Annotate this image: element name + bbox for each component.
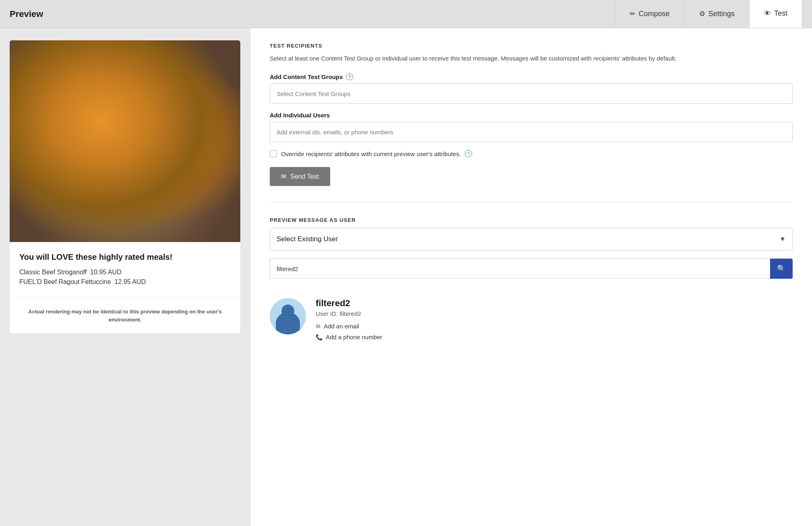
test-groups-input[interactable]: [270, 83, 793, 104]
right-panel: TEST RECIPIENTS Select at least one Cont…: [250, 28, 812, 526]
user-name: filtered2: [316, 298, 793, 309]
tab-test[interactable]: 👁 Test: [750, 0, 802, 28]
settings-icon: ⚙: [699, 10, 705, 18]
menu-item-2: FUEL'D Beef Ragout Fettuccine 12.95 AUD: [19, 278, 231, 286]
override-checkbox[interactable]: [270, 150, 277, 157]
user-email-field: ✉ Add an email: [316, 323, 793, 330]
chevron-down-icon: ▼: [779, 236, 786, 243]
select-existing-user-dropdown[interactable]: Select Existing User ▼: [270, 228, 793, 250]
add-email-link[interactable]: Add an email: [324, 323, 359, 330]
preview-image: [10, 40, 240, 242]
food-photo: [10, 40, 240, 242]
phone-icon: 📞: [316, 334, 323, 340]
preview-card: You will LOVE these highly rated meals! …: [10, 40, 240, 333]
preview-as-user-section: PREVIEW MESSAGE AS USER Select Existing …: [270, 217, 793, 353]
send-test-button[interactable]: ✉ Send Test: [270, 167, 330, 186]
main-layout: You will LOVE these highly rated meals! …: [0, 28, 812, 526]
envelope-icon: ✉: [316, 323, 321, 330]
preview-footer-text: Actual rendering may not be identical to…: [19, 308, 231, 324]
user-search-input[interactable]: [270, 259, 770, 279]
add-test-groups-label: Add Content Test Groups ?: [270, 73, 793, 80]
preview-headline: You will LOVE these highly rated meals!: [19, 252, 231, 262]
add-phone-link[interactable]: Add a phone number: [326, 334, 382, 340]
individual-users-input[interactable]: [270, 122, 793, 142]
user-id: User ID: filtered2: [316, 310, 793, 317]
compose-icon: ✏: [630, 10, 635, 18]
tab-settings[interactable]: ⚙ Settings: [685, 0, 750, 28]
header-tabs: ✏ Compose ⚙ Settings 👁 Test: [615, 0, 802, 28]
test-recipients-desc: Select at least one Content Test Group o…: [270, 54, 793, 63]
override-help-icon[interactable]: ?: [465, 150, 472, 157]
left-panel: You will LOVE these highly rated meals! …: [0, 28, 250, 526]
user-info: filtered2 User ID: filtered2 ✉ Add an em…: [316, 298, 793, 344]
user-phone-field: 📞 Add a phone number: [316, 334, 793, 340]
user-result-card: filtered2 User ID: filtered2 ✉ Add an em…: [270, 290, 793, 353]
test-groups-help-icon[interactable]: ?: [346, 73, 353, 80]
search-row: 🔍: [270, 259, 793, 279]
add-individual-label: Add Individual Users: [270, 112, 793, 119]
section-divider: [270, 202, 793, 202]
menu-item-1: Classic Beef Stroganoff 10.95 AUD: [19, 269, 231, 276]
override-label: Override recipients' attributes with cur…: [281, 150, 461, 157]
preview-footer: Actual rendering may not be identical to…: [10, 298, 240, 333]
preview-title: Preview: [10, 9, 615, 19]
search-icon: 🔍: [777, 264, 786, 273]
user-avatar: [270, 298, 306, 334]
header: Preview ✏ Compose ⚙ Settings 👁 Test: [0, 0, 812, 28]
search-button[interactable]: 🔍: [770, 259, 793, 279]
envelope-icon: ✉: [281, 173, 286, 180]
preview-text-section: You will LOVE these highly rated meals! …: [10, 242, 240, 298]
eye-icon: 👁: [764, 10, 771, 18]
preview-as-user-title: PREVIEW MESSAGE AS USER: [270, 217, 793, 223]
override-checkbox-row: Override recipients' attributes with cur…: [270, 150, 793, 157]
tab-compose[interactable]: ✏ Compose: [615, 0, 685, 28]
avatar-body: [276, 312, 300, 334]
test-recipients-title: TEST RECIPIENTS: [270, 43, 793, 49]
test-recipients-section: TEST RECIPIENTS Select at least one Cont…: [270, 43, 793, 186]
